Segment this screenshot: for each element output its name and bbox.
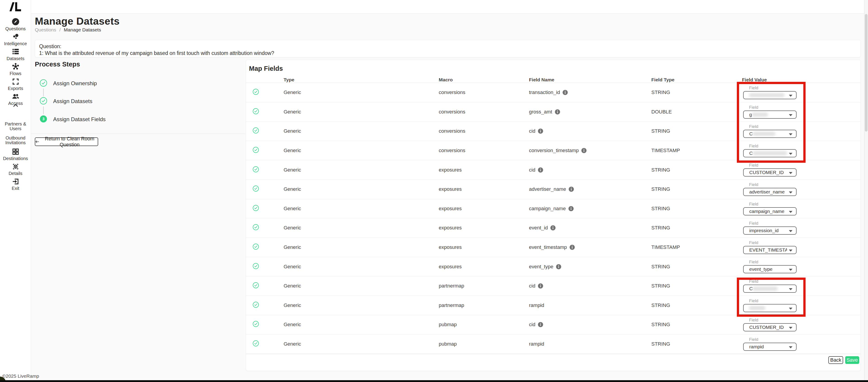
sidebar-item-exports[interactable]: Exports (0, 78, 31, 91)
field-value-select[interactable]: EVENT_TIMESTAMP (743, 246, 797, 254)
sidebar-item-label: Exit (12, 186, 19, 191)
row-type: Generic (284, 322, 301, 327)
sidebar-item-label: Intelligence (4, 41, 27, 46)
info-icon[interactable] (568, 206, 574, 212)
row-field-name: rampid (529, 303, 544, 308)
select-value: rampid (749, 344, 764, 349)
select-value: impression_id (749, 228, 779, 233)
row-field-type: STRING (651, 128, 670, 134)
row-field-name: transaction_id (529, 90, 568, 95)
table-row: Genericconversionstransaction_idSTRINGFi… (246, 83, 861, 102)
field-label: Field (749, 163, 797, 168)
column-header-macro: Macro (439, 77, 453, 83)
info-icon[interactable] (569, 244, 575, 250)
collapse-group-control[interactable] (0, 103, 31, 108)
scrollbar-thumb[interactable] (865, 14, 868, 132)
row-status (253, 127, 259, 135)
info-icon[interactable] (568, 186, 574, 192)
row-field-value: Field (743, 86, 797, 99)
info-icon[interactable] (556, 264, 562, 270)
row-check-icon (253, 321, 259, 327)
chevron-down-icon (789, 308, 793, 310)
info-icon[interactable] (537, 322, 544, 327)
field-value-select[interactable] (743, 304, 797, 312)
field-name-text: event_type (529, 264, 553, 270)
row-field-value: FieldCUSTOMER_ID (743, 318, 797, 331)
select-value: EVENT_TIMESTAMP (749, 247, 787, 253)
row-field-name: cid (529, 167, 544, 173)
select-value-prefix: C (749, 151, 753, 156)
info-icon[interactable] (537, 283, 544, 289)
info-icon[interactable] (537, 167, 544, 173)
row-field-type: STRING (651, 167, 670, 173)
sidebar-item-datasets[interactable]: Datasets (0, 47, 31, 61)
scrollbar[interactable] (864, 0, 868, 380)
dots-cluster-icon (11, 33, 20, 41)
sidebar-item-exit[interactable]: Exit (0, 178, 31, 191)
row-type: Generic (284, 109, 301, 115)
row-status (253, 263, 259, 270)
sidebar-item-label: Outbound Invitations (2, 136, 29, 145)
row-field-type: DOUBLE (651, 109, 672, 115)
row-macro: exposures (439, 244, 462, 250)
chevron-down-icon (789, 133, 793, 135)
back-button[interactable]: Back (829, 356, 843, 364)
save-button[interactable]: Save (845, 356, 859, 364)
info-icon[interactable] (550, 225, 556, 231)
info-icon[interactable] (581, 148, 587, 154)
column-header-field-value: Field Value (742, 77, 767, 83)
field-value-select[interactable]: CUSTOMER_ID (743, 168, 797, 177)
row-check-icon (253, 89, 259, 95)
field-value-select[interactable]: impression_id (743, 226, 797, 235)
sidebar-item-partners-users[interactable]: Partners & Users (0, 122, 31, 131)
row-type: Generic (284, 225, 301, 231)
info-icon[interactable] (537, 128, 544, 134)
sidebar-item-intelligence[interactable]: Intelligence (0, 33, 31, 46)
field-value-select[interactable]: rampid (743, 343, 797, 351)
return-to-clean-room-question-button[interactable]: Return to Clean Room Question (35, 137, 98, 146)
field-value-select[interactable] (743, 91, 797, 99)
field-value-select[interactable]: CUSTOMER_ID (743, 323, 797, 331)
row-status (253, 166, 259, 174)
info-icon[interactable] (555, 109, 560, 115)
dataset-stack-icon (11, 47, 20, 56)
field-value-select[interactable]: C (743, 149, 797, 157)
info-icon[interactable] (562, 90, 568, 95)
select-value: CUSTOMER_ID (749, 170, 784, 175)
row-type: Generic (284, 341, 301, 347)
sidebar-item-flows[interactable]: Flows (0, 62, 31, 76)
sidebar-item-destinations[interactable]: Destinations (0, 148, 31, 161)
sidebar-item-questions[interactable]: Questions (0, 18, 31, 31)
question-text: 1: What is the attributed revenue of my … (39, 50, 857, 57)
select-value: CUSTOMER_ID (749, 325, 784, 330)
sidebar-item-outbound-invitations[interactable]: Outbound Invitations (0, 136, 31, 145)
field-value-select[interactable]: g (743, 110, 797, 119)
field-value-select[interactable]: C (743, 130, 797, 138)
table-row: Genericexposuresevent_timestampTIMESTAMP… (246, 238, 861, 257)
field-value-select[interactable]: C (743, 285, 797, 293)
row-status (253, 321, 259, 328)
step-check-icon (39, 97, 47, 105)
row-field-type: STRING (651, 206, 670, 212)
row-macro: exposures (439, 264, 462, 270)
field-value-select[interactable]: campaign_name (743, 207, 797, 215)
row-field-value: FieldC (743, 279, 797, 293)
breadcrumb-questions[interactable]: Questions (35, 27, 56, 32)
field-label: Field (749, 86, 797, 90)
select-value: event_type (749, 266, 773, 272)
field-value-select[interactable]: event_type (743, 265, 797, 273)
sidebar-item-details[interactable]: Details (0, 163, 31, 176)
row-field-type: STRING (651, 303, 670, 308)
row-check-icon (253, 340, 259, 347)
field-name-text: cid (529, 322, 535, 327)
row-field-name: conversion_timestamp (529, 148, 587, 154)
liveramp-logo-icon[interactable] (0, 2, 31, 13)
table-row: Genericexposurescampaign_nameSTRINGField… (246, 199, 861, 219)
field-name-text: cid (529, 167, 535, 173)
row-field-name: cid (529, 128, 544, 134)
chevron-down-icon (789, 172, 793, 174)
table-row: GenericpartnermaprampidSTRINGField (246, 296, 861, 315)
field-name-text: advertiser_name (529, 186, 566, 192)
table-header: Type Macro Field Name Field Type Field V… (246, 77, 861, 83)
field-value-select[interactable]: advertiser_name (743, 188, 797, 196)
